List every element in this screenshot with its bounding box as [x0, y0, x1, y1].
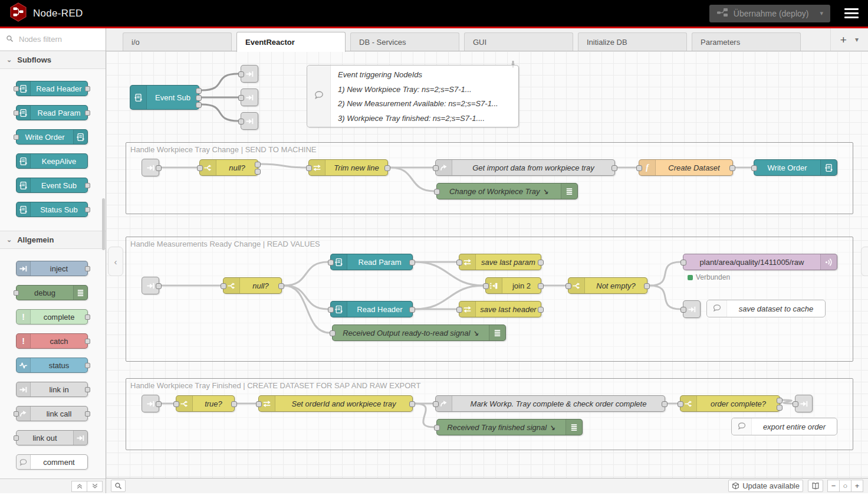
palette-node-link-out[interactable]: link out	[16, 430, 88, 445]
tab-parameters[interactable]: Parameters	[692, 32, 801, 51]
flow-node-g1-link-in[interactable]	[142, 159, 159, 176]
port-output[interactable]	[85, 86, 90, 91]
port-output[interactable]	[538, 283, 544, 289]
port-output[interactable]	[85, 183, 90, 188]
palette-node-inject[interactable]: inject	[16, 261, 88, 276]
comment-node-save-dataset-to-cache[interactable]: save dataset to cache	[706, 300, 826, 317]
port-input[interactable]	[636, 165, 642, 171]
menu-hamburger-icon[interactable]	[844, 6, 859, 21]
port-output[interactable]	[384, 165, 390, 171]
port-output[interactable]	[644, 283, 650, 289]
flow-node-g2-link-out[interactable]	[683, 300, 701, 318]
port-output[interactable]	[196, 102, 202, 108]
flow-node-received-output-ready-to-read-signal[interactable]: Received Output ready-to-read signal ↘	[332, 324, 506, 341]
port-input[interactable]	[483, 283, 489, 289]
sidebar-expand-handle[interactable]	[861, 247, 868, 276]
flow-node-order-complete[interactable]: order complete?	[680, 395, 780, 412]
port-input[interactable]	[14, 290, 19, 296]
palette-node-link-in[interactable]: link in	[16, 382, 88, 397]
flow-node-link-out-top3[interactable]	[241, 112, 258, 130]
palette-node-event-sub[interactable]: Event Sub	[16, 178, 88, 193]
port-input[interactable]	[433, 165, 439, 171]
palette-node-read-header[interactable]: Read Header	[16, 81, 88, 96]
flow-node-write-order[interactable]: Write Order	[754, 159, 837, 176]
tab-initialize-db[interactable]: Initialize DB	[578, 32, 687, 51]
port-output[interactable]	[409, 260, 415, 265]
port-input[interactable]	[14, 411, 19, 417]
port-input[interactable]	[173, 401, 179, 407]
port-input[interactable]	[565, 283, 571, 289]
flow-node-create-dataset[interactable]: fCreate Dataset	[639, 159, 733, 176]
flow-node-get-import-data-from-workpiece-tray[interactable]: Get import data from workpiece tray	[435, 159, 615, 176]
port-input[interactable]	[328, 307, 334, 313]
port-output[interactable]	[231, 401, 237, 407]
port-input[interactable]	[221, 283, 226, 289]
flow-node-true[interactable]: true?	[176, 395, 235, 412]
zoom-in-button[interactable]: +	[851, 480, 863, 492]
port-output[interactable]	[729, 165, 735, 171]
port-input[interactable]	[328, 260, 334, 265]
flow-node-join-2[interactable]: join 2	[485, 277, 541, 294]
palette-node-comment[interactable]: comment	[16, 454, 88, 470]
port-output[interactable]	[85, 387, 90, 392]
add-flow-button[interactable]: +	[840, 34, 847, 45]
flow-node-plant-area-quality-1411005-raw[interactable]: plant/area/quality/1411005/raw	[683, 254, 837, 270]
port-output[interactable]	[85, 363, 90, 368]
port-input[interactable]	[238, 119, 244, 124]
palette-search-input[interactable]	[18, 34, 100, 44]
flow-node-trim-new-line[interactable]: Trim new line	[308, 159, 388, 176]
flow-node-mark-workp-tray-complete-check-order-complete[interactable]: Mark Workp. Tray complete & check order …	[435, 395, 665, 412]
port-output[interactable]	[255, 169, 261, 175]
port-input[interactable]	[680, 260, 686, 265]
flow-canvas[interactable]: Event triggering NodeIds 1) New Workpiec…	[106, 51, 868, 478]
flow-node-g3-link-in[interactable]	[142, 395, 159, 412]
wire[interactable]	[202, 104, 238, 121]
flow-node-received-tray-finished-signal[interactable]: Received Tray finished signal ↘	[436, 419, 583, 435]
palette-node-complete[interactable]: !complete	[16, 309, 88, 324]
port-input[interactable]	[197, 165, 203, 171]
comment-node-export-entire-order[interactable]: export entire order	[731, 418, 837, 435]
flow-node-null[interactable]: null?	[223, 277, 282, 294]
port-input[interactable]	[433, 401, 439, 407]
port-output[interactable]	[196, 88, 202, 94]
port-output[interactable]	[611, 165, 617, 171]
flow-node-null[interactable]: null?	[199, 159, 258, 176]
flow-node-link-out-top1[interactable]	[241, 65, 258, 83]
port-input[interactable]	[14, 135, 19, 140]
palette-scrollbar[interactable]	[102, 198, 105, 250]
port-output[interactable]	[85, 411, 90, 417]
tab-i-o[interactable]: i/o	[123, 32, 232, 51]
port-input[interactable]	[14, 110, 19, 116]
port-output[interactable]	[85, 110, 90, 116]
flow-node-link-out-top2[interactable]	[241, 88, 258, 106]
flow-list-caret-icon[interactable]: ▾	[855, 35, 859, 44]
deploy-button[interactable]: Übernahme (deploy) ▾	[709, 5, 830, 22]
palette-node-read-param[interactable]: Read Param	[16, 105, 88, 120]
port-input[interactable]	[306, 165, 312, 171]
port-output[interactable]	[85, 207, 90, 212]
port-output[interactable]	[409, 401, 415, 407]
expand-all-categories-button[interactable]	[87, 481, 103, 492]
tab-eventreactor[interactable]: EventReactor	[236, 32, 346, 52]
port-input[interactable]	[330, 330, 336, 336]
flow-node-set-orderid-and-workpiece-tray[interactable]: Set orderId and workpiece tray	[258, 395, 413, 412]
flow-node-g3-link-out[interactable]	[795, 395, 813, 412]
port-input[interactable]	[14, 435, 19, 441]
port-output[interactable]	[255, 162, 261, 168]
palette-category-allgemein[interactable]: ⌄Allgemein	[0, 231, 106, 249]
palette-node-write-order[interactable]: Write Order	[16, 129, 88, 145]
port-input[interactable]	[238, 95, 244, 101]
port-input[interactable]	[456, 307, 462, 313]
flow-group-handle-workpiece-tray-ch[interactable]: Handle Workpiece Tray Change | SEND TO M…	[126, 142, 853, 214]
collapse-all-categories-button[interactable]	[71, 481, 87, 492]
port-input[interactable]	[456, 260, 462, 265]
palette-node-status[interactable]: status	[16, 358, 88, 373]
palette-node-catch[interactable]: !catch	[16, 333, 88, 349]
port-output[interactable]	[156, 165, 162, 171]
port-output[interactable]	[538, 307, 544, 313]
tab-db-services[interactable]: DB - Services	[350, 32, 459, 51]
flow-node-save-last-param[interactable]: save last param	[459, 254, 541, 270]
flow-group-handle-workpiece-tray-fi[interactable]: Handle Workpiece Tray Finished | CREATE …	[126, 378, 853, 450]
port-input[interactable]	[751, 165, 757, 171]
port-output[interactable]	[85, 314, 90, 320]
